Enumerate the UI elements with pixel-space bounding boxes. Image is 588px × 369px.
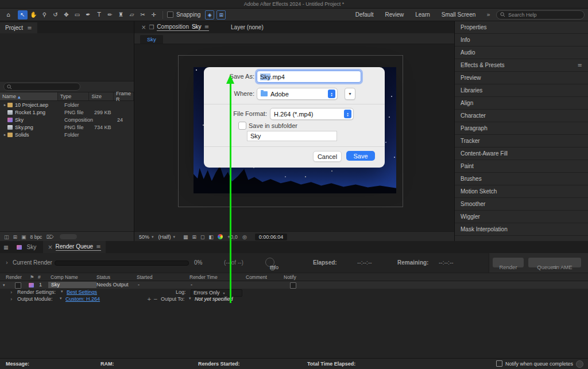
- zoom-tool-icon[interactable]: ⚲: [40, 10, 49, 20]
- panel-tab-mask-interpolation[interactable]: Mask Interpolation: [455, 223, 588, 236]
- grid-guides-icon[interactable]: ⊞: [192, 234, 197, 240]
- panel-tab-content-aware-fill[interactable]: Content-Aware Fill: [455, 147, 588, 160]
- panel-menu-icon[interactable]: ≡: [96, 243, 100, 250]
- chevron-down-icon[interactable]: ▾: [61, 289, 63, 294]
- project-item[interactable]: ▸ Solids Folder: [0, 131, 134, 138]
- expand-dialog-button[interactable]: ▾: [345, 88, 355, 100]
- panel-tab-effects-presets[interactable]: Effects & Presets ≡: [455, 59, 588, 72]
- panel-tab-preview[interactable]: Preview: [455, 72, 588, 84]
- column-size[interactable]: Size: [89, 92, 113, 100]
- item-comp-name[interactable]: Sky: [48, 282, 96, 288]
- queue-in-ame-button[interactable]: ≡ Queue in AME: [528, 258, 581, 267]
- panel-tab-info[interactable]: Info: [455, 34, 588, 46]
- interpret-footage-icon[interactable]: ◫: [4, 234, 9, 240]
- twirl-icon[interactable]: ›: [6, 259, 8, 266]
- project-item[interactable]: ▸ 10 Project.aep Folder: [0, 101, 134, 108]
- eraser-tool-icon[interactable]: ▱: [127, 10, 137, 20]
- workspace-tab-small-screen[interactable]: Small Screen: [436, 10, 481, 19]
- pen-tool-icon[interactable]: ✒: [83, 10, 93, 20]
- output-to-value[interactable]: Not yet specified: [195, 296, 233, 302]
- twirl-open-icon[interactable]: ▾: [3, 283, 5, 288]
- project-search-input[interactable]: [14, 82, 77, 92]
- filename-field[interactable]: Sky .mp4: [257, 71, 361, 83]
- mask-visibility-icon[interactable]: ◻: [200, 234, 204, 240]
- workspace-tab-review[interactable]: Review: [380, 10, 409, 19]
- project-item[interactable]: Rocket 1.png PNG file 299 KB: [0, 108, 134, 116]
- panel-tab-brushes[interactable]: Brushes: [455, 173, 588, 185]
- new-folder-icon[interactable]: ⊞: [13, 234, 18, 240]
- chevron-down-icon[interactable]: ▾: [189, 296, 191, 301]
- notify-when-queue-completes[interactable]: Notify when queue completes: [496, 360, 573, 367]
- exposure-offset-value[interactable]: +0,0: [227, 234, 238, 240]
- rectangle-tool-icon[interactable]: ▭: [72, 10, 82, 20]
- panel-menu-icon[interactable]: ≡: [27, 25, 32, 31]
- close-icon[interactable]: ×: [141, 24, 146, 30]
- tab-render-queue[interactable]: × Render Queue ≡: [43, 241, 105, 253]
- zoom-level-dropdown[interactable]: 50% ▾: [139, 234, 154, 240]
- panel-menu-icon[interactable]: ≡: [204, 24, 209, 30]
- color-depth-button[interactable]: 8 bpc: [30, 234, 42, 240]
- column-name[interactable]: Name ▲: [0, 92, 58, 100]
- pan-behind-tool-icon[interactable]: ✥: [61, 10, 71, 20]
- close-icon[interactable]: ×: [48, 244, 52, 250]
- trash-icon[interactable]: ⌦: [46, 234, 53, 240]
- cancel-button[interactable]: Cancel: [313, 151, 342, 162]
- workspace-tab-default[interactable]: Default: [350, 10, 379, 19]
- chevron-down-icon[interactable]: ▾: [60, 296, 62, 301]
- panel-tab-paint[interactable]: Paint: [455, 160, 588, 173]
- item-notify-checkbox[interactable]: [290, 282, 296, 289]
- panel-tab-properties[interactable]: Properties: [455, 21, 588, 34]
- resolution-dropdown[interactable]: (Half) ▾: [158, 234, 176, 240]
- render-button[interactable]: Render: [493, 258, 524, 267]
- render-queue-item-row[interactable]: ▾ 1 Sky Needs Output - -: [0, 281, 588, 289]
- panel-menu-icon[interactable]: ≡: [578, 62, 582, 68]
- twirl-icon[interactable]: ▸: [2, 133, 7, 137]
- subfolder-name-field[interactable]: Sky: [247, 131, 337, 141]
- project-footer-slider[interactable]: [60, 234, 77, 239]
- file-format-dropdown[interactable]: H.264 (*.mp4) ▴ ▾: [270, 108, 354, 120]
- column-frame-rate[interactable]: Frame R: [114, 92, 134, 100]
- twirl-icon[interactable]: ▸: [2, 103, 7, 107]
- region-of-interest-icon[interactable]: ◧: [209, 234, 214, 240]
- twirl-icon[interactable]: ›: [10, 289, 13, 295]
- panel-tab-smoother[interactable]: Smoother: [455, 198, 588, 211]
- panel-tab-paragraph[interactable]: Paragraph: [455, 122, 588, 135]
- hand-tool-icon[interactable]: ✋: [29, 10, 38, 20]
- brush-tool-icon[interactable]: ✏: [105, 10, 115, 20]
- project-item[interactable]: Sky Composition 24: [0, 116, 134, 123]
- channel-icon[interactable]: [218, 234, 223, 239]
- tab-composition-sky[interactable]: × ❐ Composition Sky ≡: [138, 21, 212, 33]
- orbit-tool-icon[interactable]: ↺: [51, 10, 60, 20]
- remove-output-module-icon[interactable]: −: [153, 296, 158, 302]
- puppet-pin-tool-icon[interactable]: ✛: [149, 10, 158, 20]
- workspace-overflow-icon[interactable]: »: [486, 11, 490, 18]
- render-settings-value[interactable]: Best Settings: [67, 289, 97, 295]
- project-item[interactable]: Sky.png PNG file 734 KB: [0, 123, 134, 131]
- render-item-checkbox[interactable]: [15, 282, 21, 289]
- output-module-value[interactable]: Custom: H.264: [65, 296, 100, 302]
- snapshot-camera-icon[interactable]: ◎: [242, 234, 247, 240]
- snap-to-features-icon[interactable]: ⊞: [216, 10, 226, 20]
- tab-timeline-sky[interactable]: Sky: [12, 241, 41, 253]
- panel-tab-motion-sketch[interactable]: Motion Sketch: [455, 185, 588, 198]
- panel-tab-wiggler[interactable]: Wiggler: [455, 211, 588, 223]
- pixel-aspect-icon[interactable]: ▦: [183, 234, 188, 240]
- roto-brush-tool-icon[interactable]: ✂: [138, 10, 148, 20]
- save-button[interactable]: Save: [346, 151, 375, 161]
- snapping-checkbox[interactable]: [167, 11, 173, 18]
- add-output-module-icon[interactable]: +: [147, 296, 152, 302]
- clone-stamp-tool-icon[interactable]: ♜: [116, 10, 126, 20]
- twirl-icon[interactable]: ›: [10, 296, 13, 302]
- panel-tab-align[interactable]: Align: [455, 97, 588, 110]
- save-in-subfolder-checkbox[interactable]: [238, 122, 246, 130]
- tab-layer-none[interactable]: Layer (none): [227, 21, 267, 33]
- timecode-display[interactable]: 0:00:06:04: [255, 234, 288, 240]
- panel-tab-tracker[interactable]: Tracker: [455, 135, 588, 147]
- viewer-tab-sky[interactable]: Sky: [140, 35, 163, 44]
- panel-lock-icon[interactable]: ❐: [149, 24, 154, 30]
- panel-list-icon[interactable]: ▦: [3, 244, 9, 250]
- where-dropdown[interactable]: Adobe ▴ ▾: [257, 88, 338, 100]
- search-help-input[interactable]: [507, 11, 581, 18]
- workspace-tab-learn[interactable]: Learn: [410, 10, 435, 19]
- selection-tool-icon[interactable]: ↖: [18, 10, 28, 20]
